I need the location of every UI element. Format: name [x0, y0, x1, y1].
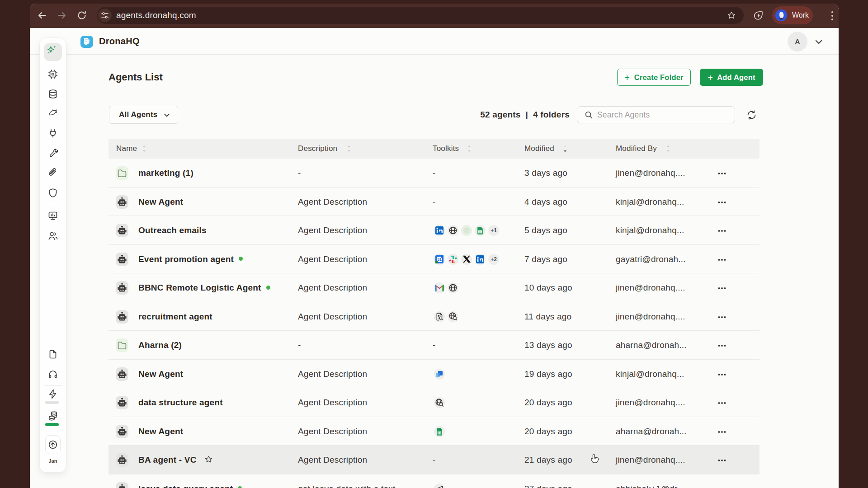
svg-text:31: 31	[437, 257, 442, 262]
